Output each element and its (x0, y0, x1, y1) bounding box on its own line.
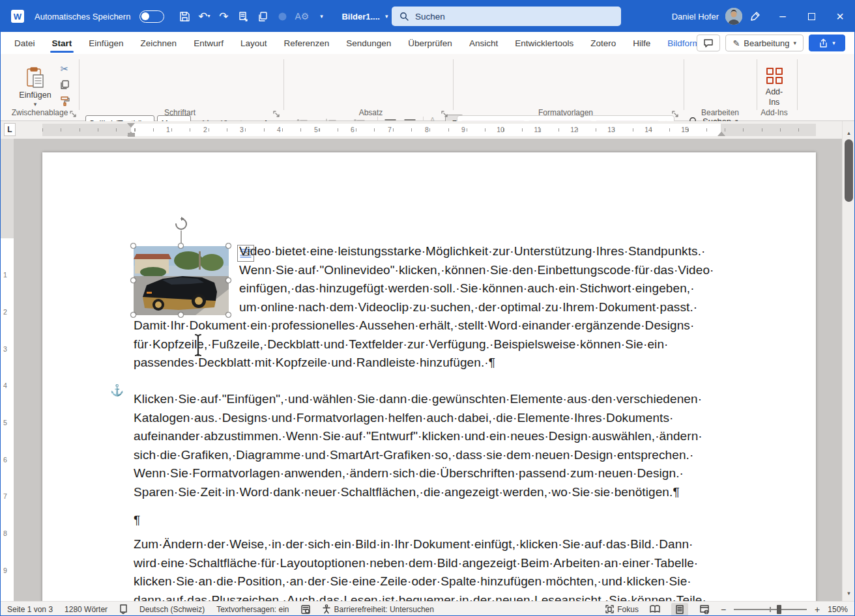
redo-button[interactable]: ↷ (215, 7, 232, 25)
tab-zeichnen[interactable]: Zeichnen (132, 32, 186, 54)
styles-dialog-launcher[interactable] (672, 109, 680, 117)
read-mode-button[interactable] (646, 603, 663, 616)
text-line: passendes·Deckblatt·mit·Kopfzeile·und·Ra… (134, 354, 495, 372)
tab-hilfe[interactable]: Hilfe (624, 32, 659, 54)
avatar[interactable] (725, 8, 742, 25)
text-line: Damit·Ihr·Dokument·ein·professionelles·A… (134, 316, 694, 335)
zoom-slider[interactable] (734, 609, 807, 610)
zoom-out-button[interactable]: − (721, 604, 726, 615)
text-line: Katalogen·aus.·Designs·und·Formatvorlage… (134, 409, 674, 427)
tab-stop-selector[interactable]: L (4, 123, 16, 136)
text-line: ¶ (134, 511, 140, 529)
scroll-down-arrow[interactable]: ▾ (843, 588, 855, 598)
zoom-level[interactable]: 150% (828, 605, 848, 614)
group-label-paragraph: Absatz (291, 108, 450, 117)
document-text[interactable]: Video·bietet·eine·leistungsstarke·Möglic… (134, 152, 740, 601)
tab-sendungen[interactable]: Sendungen (338, 32, 399, 54)
zoom-in-button[interactable]: + (815, 604, 820, 615)
tab-layout[interactable]: Layout (232, 32, 276, 54)
scroll-up-arrow[interactable]: ▴ (843, 128, 855, 138)
undo-button[interactable]: ↶▾ (196, 7, 212, 25)
word-count[interactable]: 1280 Wörter (65, 605, 108, 614)
focus-mode-button[interactable]: Fokus (605, 605, 639, 614)
autosave-toggle[interactable] (139, 10, 164, 23)
cut-button[interactable]: ✂ (57, 62, 72, 76)
clipboard-dialog-launcher[interactable] (70, 109, 78, 117)
autosave-label: Automatisches Speichern (35, 12, 130, 21)
ibeam-cursor (193, 333, 203, 359)
title-bar: W Automatisches Speichern ↶▾ ↷ A⚙ ▾ Bild… (1, 1, 854, 32)
right-indent-marker[interactable] (717, 128, 725, 136)
print-layout-button[interactable] (671, 603, 688, 616)
editing-mode-button[interactable]: ✎ Bearbeitung ▾ (725, 35, 804, 51)
text-line: Zum·Ändern·der·Weise,·in·der·sich·ein·Bi… (134, 535, 693, 553)
language-indicator[interactable]: Deutsch (Schweiz) (139, 605, 205, 614)
left-indent-marker[interactable] (128, 133, 135, 137)
addins-button[interactable]: Add- Ins (759, 59, 789, 115)
share-button[interactable]: ▾ (809, 35, 845, 51)
text-line: aufeinander·abzustimmen.·Wenn·Sie·auf·"E… (134, 427, 703, 445)
save-button[interactable] (176, 7, 193, 25)
word-app-icon[interactable]: W (8, 7, 27, 25)
ribbon: Einfügen ▾ ✂ Zwischenablage Calibri (Tex… (1, 54, 854, 121)
qat-more-button[interactable]: ▾ (313, 7, 330, 25)
document-title-chevron[interactable]: ▾ (385, 13, 388, 20)
paste-button[interactable]: Einfügen ▾ (15, 59, 55, 115)
font-settings-icon: A⚙ (293, 7, 310, 25)
presenter-pen-icon[interactable] (742, 1, 768, 32)
comments-button[interactable] (697, 35, 720, 51)
tab-datei[interactable]: Datei (6, 32, 44, 54)
page-indicator[interactable]: Seite 1 von 3 (7, 605, 53, 614)
text-line: sich·die·Grafiken,·Diagramme·und·SmartAr… (134, 446, 693, 464)
tab-entwurf[interactable]: Entwurf (185, 32, 232, 54)
tab-einfuegen[interactable]: Einfügen (80, 32, 132, 54)
text-line: Wenn·Sie·auf·"Onlinevideo"·klicken,·könn… (239, 261, 714, 279)
pencil-icon: ✎ (732, 38, 740, 48)
anchor-icon: ⚓ (110, 384, 124, 397)
focus-icon (605, 605, 614, 613)
format-painter-button[interactable] (57, 93, 72, 107)
svg-text:W: W (14, 12, 22, 21)
tab-zotero[interactable]: Zotero (582, 32, 624, 54)
text-predictions[interactable]: Textvorhersagen: ein (216, 605, 289, 614)
user-name[interactable]: Daniel Hofer (672, 12, 719, 21)
text-line: Wenn·Sie·Formatvorlagen·anwenden,·ändern… (134, 464, 684, 483)
paragraph-dialog-launcher[interactable] (441, 109, 449, 117)
search-icon (399, 12, 409, 21)
addins-grid-icon (766, 67, 783, 85)
vertical-scrollbar[interactable]: ▴ ▾ (842, 121, 854, 601)
scroll-thumb[interactable] (845, 139, 853, 202)
text-line: einfügen,·das·hinzugefügt·werden·soll.·S… (239, 279, 695, 298)
copy-button[interactable] (57, 77, 72, 92)
font-dialog-launcher[interactable] (273, 109, 281, 117)
proofing-icon[interactable] (119, 604, 128, 614)
search-placeholder: Suchen (415, 12, 445, 21)
tab-referenzen[interactable]: Referenzen (275, 32, 338, 54)
status-bar: Seite 1 von 3 1280 Wörter Deutsch (Schwe… (1, 601, 854, 616)
editor-icon[interactable] (301, 605, 310, 614)
search-box[interactable]: Suchen (392, 7, 621, 26)
web-layout-button[interactable] (696, 603, 713, 616)
maximize-button[interactable] (797, 1, 826, 32)
document-canvas: 1 2 3 4 5 6 7 8 9 (1, 139, 843, 601)
document-title[interactable]: Bilder1.... (341, 12, 380, 21)
word-window: W Automatisches Speichern ↶▾ ↷ A⚙ ▾ Bild… (0, 0, 855, 616)
group-label-addins: Add-Ins (751, 108, 797, 117)
zoom-slider-handle[interactable] (777, 605, 781, 614)
group-label-font: Schriftart (85, 108, 274, 117)
minimize-button[interactable]: – (768, 1, 797, 32)
accessibility-status[interactable]: Barrierefreiheit: Untersuchen (322, 604, 434, 614)
format-painter-icon (59, 95, 70, 106)
tab-ueberpruefen[interactable]: Überprüfen (399, 32, 461, 54)
document-page[interactable]: ⚓ Video·bietet·eine·leistungsstarke·Mögl… (42, 152, 816, 601)
text-line: dann·auf·das·Pluszeichen.·Auch·das·Lesen… (134, 591, 706, 601)
close-button[interactable]: × (826, 1, 854, 32)
tab-ansicht[interactable]: Ansicht (461, 32, 506, 54)
text-line: um·online·nach·dem·Videoclip·zu·suchen,·… (239, 298, 697, 316)
group-label-styles: Formatvorlagen (457, 108, 674, 117)
copy-button-qat[interactable] (254, 7, 271, 25)
tab-start[interactable]: Start (44, 32, 81, 54)
print-preview-button[interactable] (235, 7, 252, 25)
tab-entwicklertools[interactable]: Entwicklertools (506, 32, 582, 54)
clipboard-icon (25, 67, 45, 89)
